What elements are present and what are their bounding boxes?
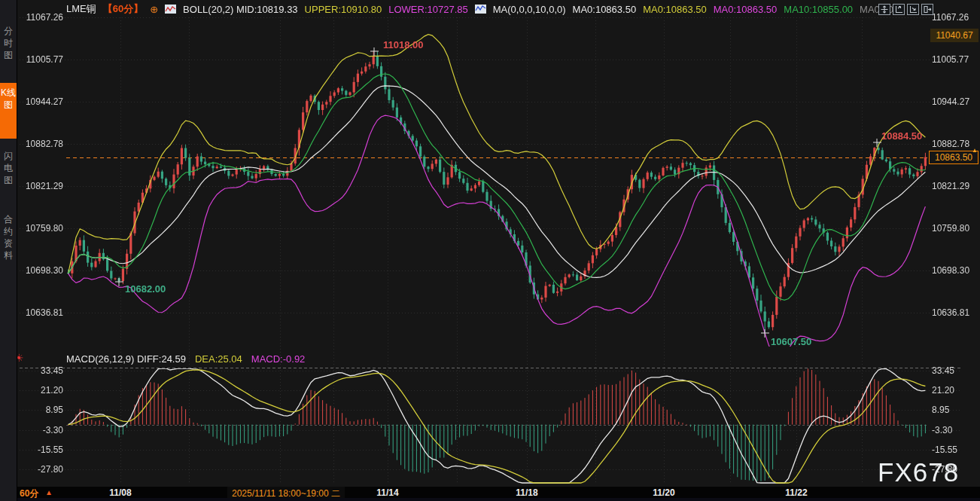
chart-canvas[interactable] <box>0 0 980 501</box>
sidebar-tab-lightning[interactable]: 闪电图 <box>0 146 17 200</box>
toolbar-icon-axis-scale-vertical[interactable] <box>893 4 905 15</box>
date-tick-11/20: 11/20 <box>653 487 674 498</box>
boll-upper-label: UPPER:10910.80 <box>305 4 382 15</box>
kline-chart-window: 分时图 K线图 闪电图 合约资料 LME铜 【60分】 ⊕ BOLL(20,2)… <box>0 0 980 501</box>
ma0-white-label: MA0:10863.50 <box>573 4 637 15</box>
macd-title-label: MACD(26,12,9) DIFF:24.59 <box>66 353 186 365</box>
ma-indicator-icon[interactable] <box>475 5 486 14</box>
ma0-yellow-label: MA0:10863.50 <box>643 4 707 15</box>
price-tick-right-6: 10698.30 <box>932 265 969 276</box>
ma0-magenta-label: MA0:10863.50 <box>714 4 778 15</box>
macd-dea-label: DEA:25.04 <box>195 353 242 365</box>
watermark: FX678 <box>878 457 959 487</box>
macd-tick-right-3: -3.30 <box>932 425 952 435</box>
boll-lower-label: LOWER:10727.85 <box>388 4 468 15</box>
sidebar-tab-contract-info[interactable]: 合约资料 <box>0 209 17 283</box>
price-tick-right-0: 11067.26 <box>932 12 969 23</box>
period-label-header[interactable]: 【60分】 <box>103 2 143 16</box>
price-tick-right-2: 10944.27 <box>932 96 969 107</box>
price-tick-right-5: 10759.80 <box>932 223 969 234</box>
indicator-header: LME铜 【60分】 ⊕ BOLL(20,2) MID:10819.33 UPP… <box>66 2 899 16</box>
ma-params-label: MA(0,0,0,10,0,0) <box>493 4 566 15</box>
price-tick-right-4: 10821.29 <box>932 181 969 191</box>
boll-indicator-icon[interactable] <box>165 5 176 14</box>
date-tick-11/22: 11/22 <box>785 487 807 498</box>
sidebar-tab-kline[interactable]: K线图 <box>0 83 17 139</box>
date-tick-11/14: 11/14 <box>376 487 398 498</box>
bottom-strip <box>0 498 980 501</box>
annotation-recent-high: 10884.50 <box>881 130 922 142</box>
annotation-period-low: 10607.50 <box>771 336 811 347</box>
time-axis-bar: 60分 ▲ 2025/11/11 18:00~19:00 二 11/0811/1… <box>0 487 980 498</box>
annotation-period-high: 11018.00 <box>383 39 424 50</box>
left-sidebar: 分时图 K线图 闪电图 合约资料 <box>0 0 17 501</box>
toolbar-icon-axis-scale-horizontal[interactable] <box>907 4 919 15</box>
upper-price-badge: 11040.67 <box>930 29 978 42</box>
symbol-label: LME铜 <box>66 2 96 16</box>
chart-toolbar <box>878 4 933 15</box>
circle-plus-icon[interactable]: ⊕ <box>150 4 158 15</box>
toolbar-icon-pane-shift[interactable] <box>921 4 933 15</box>
macd-header: MACD(26,12,9) DIFF:24.59 DEA:25.04 MACD:… <box>66 353 305 365</box>
macd-tick-right-2: 8.95 <box>932 405 949 415</box>
price-tick-right-7: 10636.81 <box>932 307 969 318</box>
toolbar-icon-move-crosshair[interactable] <box>878 4 890 15</box>
sidebar-tab-timeline[interactable]: 分时图 <box>0 21 17 75</box>
macd-tick-right-4: -15.55 <box>932 444 957 455</box>
price-tick-right-1: 11005.77 <box>932 54 969 65</box>
macd-tick-right-1: 21.20 <box>932 385 954 396</box>
macd-tick-right-0: 33.45 <box>932 365 954 376</box>
boll-values-label: BOLL(20,2) MID:10819.33 <box>183 4 297 15</box>
ma10-green-label: MA10:10855.00 <box>784 4 853 15</box>
annotation-left-low: 10682.00 <box>125 283 166 295</box>
date-tick-11/18: 11/18 <box>516 487 537 498</box>
period-selector-arrow-icon[interactable]: ▲ <box>45 488 53 496</box>
price-up-arrow-icon: ▲ <box>972 147 978 154</box>
price-tick-right-3: 10882.78 <box>932 139 969 149</box>
date-tick-11/08: 11/08 <box>109 487 131 498</box>
macd-value-label: MACD:-0.92 <box>251 353 306 365</box>
